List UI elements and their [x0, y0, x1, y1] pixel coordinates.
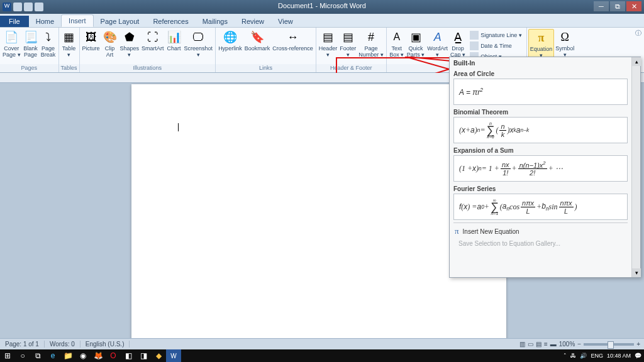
- explorer-icon[interactable]: 📁: [60, 349, 75, 362]
- date-time-button[interactable]: Date & Time: [469, 41, 523, 51]
- tab-insert[interactable]: Insert: [61, 14, 94, 27]
- close-button[interactable]: ✕: [626, 1, 641, 11]
- view-draft-icon[interactable]: ▬: [550, 341, 557, 348]
- tray-notifications-icon[interactable]: 💬: [635, 353, 641, 359]
- chrome-icon[interactable]: ◉: [75, 349, 91, 362]
- tab-home[interactable]: Home: [29, 16, 61, 27]
- equation-item-label: Area of Circle: [453, 70, 628, 77]
- quick-parts-button[interactable]: ▣QuickParts ▾: [406, 29, 426, 58]
- group-pages: 📄CoverPage ▾ 📃BlankPage ⤵PageBreak Pages: [0, 28, 59, 72]
- view-outline-icon[interactable]: ≡: [544, 341, 548, 348]
- title-bar: W Document1 - Microsoft Word ─ ⧉ ✕: [0, 0, 644, 14]
- task-view-icon[interactable]: ⧉: [30, 349, 45, 362]
- equation-area-of-circle[interactable]: A = πr2: [453, 79, 628, 105]
- view-full-screen-icon[interactable]: ▭: [528, 341, 533, 348]
- header-button[interactable]: ▤Header▾: [318, 29, 339, 58]
- equation-category-builtin: Built-In: [453, 60, 628, 67]
- tab-references[interactable]: References: [146, 16, 195, 27]
- app-icon-2[interactable]: ◨: [136, 349, 151, 362]
- equation-item-label: Binomial Theorem: [453, 109, 628, 116]
- cover-page-button[interactable]: 📄CoverPage ▾: [1, 29, 22, 58]
- app-icon[interactable]: ◧: [121, 349, 136, 362]
- equation-button[interactable]: πEquation▾: [528, 29, 555, 59]
- bookmark-button[interactable]: 🔖Bookmark: [243, 29, 272, 52]
- equation-fourier-series[interactable]: f(x) = a0 + ∞∑n=1 (an cos nπxL + bn sin …: [453, 194, 628, 220]
- picture-button[interactable]: 🖼Picture: [81, 29, 101, 52]
- page-break-button[interactable]: ⤵PageBreak: [40, 29, 57, 58]
- page-number-button[interactable]: #PageNumber ▾: [357, 29, 385, 58]
- pi-icon: π: [455, 226, 459, 236]
- view-print-layout-icon[interactable]: ▥: [519, 341, 525, 348]
- symbol-button[interactable]: ΩSymbol▾: [554, 29, 575, 58]
- footer-button[interactable]: ▤Footer▾: [338, 29, 357, 58]
- tab-view[interactable]: View: [271, 16, 300, 27]
- scroll-up-icon[interactable]: ▴: [632, 57, 641, 66]
- screenshot-button[interactable]: 🖵Screenshot▾: [183, 29, 214, 58]
- table-button[interactable]: ▦Table▾: [60, 29, 78, 58]
- status-language[interactable]: English (U.S.): [80, 341, 130, 348]
- ribbon-tabs: File Home Insert Page Layout References …: [0, 14, 644, 28]
- wordart-button[interactable]: AWordArt▾: [426, 29, 449, 58]
- taskbar-word-icon[interactable]: W: [166, 349, 181, 362]
- equation-item-label: Expansion of a Sum: [453, 147, 628, 154]
- tab-review[interactable]: Review: [235, 16, 271, 27]
- group-header-footer: ▤Header▾ ▤Footer▾ #PageNumber ▾ Header &…: [316, 28, 387, 72]
- tray-clock[interactable]: 10:48 AM: [607, 353, 631, 359]
- start-button[interactable]: ⊞: [0, 349, 15, 362]
- tray-volume-icon[interactable]: 🔊: [580, 353, 587, 359]
- insert-new-equation[interactable]: π Insert New Equation: [453, 224, 628, 238]
- status-bar: Page: 1 of 1 Words: 0 English (U.S.) ▥ ▭…: [0, 338, 644, 349]
- tab-page-layout[interactable]: Page Layout: [94, 16, 147, 27]
- drop-cap-button[interactable]: A̲DropCap ▾: [449, 29, 467, 58]
- redo-icon[interactable]: [35, 3, 43, 11]
- status-page[interactable]: Page: 1 of 1: [0, 341, 45, 348]
- text-cursor: [178, 123, 179, 131]
- zoom-in-button[interactable]: +: [636, 341, 640, 348]
- cortana-icon[interactable]: ○: [15, 349, 30, 362]
- word-app-icon[interactable]: W: [3, 3, 11, 11]
- status-words[interactable]: Words: 0: [45, 341, 80, 348]
- save-to-equation-gallery: Save Selection to Equation Gallery...: [453, 238, 628, 249]
- equation-item-label: Fourier Series: [453, 185, 628, 192]
- equation-expansion-of-sum[interactable]: (1 + x)n = 1 + nx1! + n(n−1)x22! + ⋯: [453, 155, 628, 182]
- tray-network-icon[interactable]: 🖧: [570, 353, 576, 359]
- tab-file[interactable]: File: [0, 16, 29, 27]
- edge-icon[interactable]: e: [45, 349, 60, 362]
- chart-button[interactable]: 📊Chart: [165, 29, 183, 52]
- text-box-button[interactable]: ATextBox ▾: [388, 29, 406, 58]
- window-title: Document1 - Microsoft Word: [278, 2, 366, 9]
- signature-line-button[interactable]: Signature Line ▾: [469, 30, 523, 40]
- zoom-level[interactable]: 100%: [559, 341, 575, 348]
- clipart-button[interactable]: 🎨ClipArt: [101, 29, 119, 58]
- help-icon[interactable]: ⓘ: [635, 29, 641, 38]
- windows-taskbar: ⊞ ○ ⧉ e 📁 ◉ 🦊 O ◧ ◨ ◆ W ˄ 🖧 🔊 ENG 10:48 …: [0, 349, 644, 362]
- restore-button[interactable]: ⧉: [610, 1, 625, 11]
- firefox-icon[interactable]: 🦊: [91, 349, 106, 362]
- equation-gallery-dropdown: Built-In Area of Circle A = πr2 Binomial…: [449, 57, 641, 278]
- zoom-out-button[interactable]: −: [577, 341, 581, 348]
- scroll-down-icon[interactable]: ▾: [632, 268, 641, 277]
- tray-language[interactable]: ENG: [591, 353, 603, 359]
- undo-icon[interactable]: [24, 3, 33, 11]
- group-illustrations: 🖼Picture 🎨ClipArt ⬟Shapes▾ ⛶SmartArt 📊Ch…: [80, 28, 216, 72]
- app-icon-3[interactable]: ◆: [151, 349, 166, 362]
- save-icon[interactable]: [13, 3, 22, 11]
- group-links: 🌐Hyperlink 🔖Bookmark ↔Cross-reference Li…: [216, 28, 316, 72]
- minimize-button[interactable]: ─: [594, 1, 609, 11]
- group-tables: ▦Table▾ Tables: [59, 28, 80, 72]
- signature-icon: [470, 31, 479, 40]
- smartart-button[interactable]: ⛶SmartArt: [140, 29, 165, 52]
- shapes-button[interactable]: ⬟Shapes▾: [119, 29, 141, 58]
- equation-binomial-theorem[interactable]: (x + a)n = n∑k=0 (nk) xkan−k: [453, 117, 628, 143]
- cross-reference-button[interactable]: ↔Cross-reference: [271, 29, 314, 52]
- tab-mailings[interactable]: Mailings: [196, 16, 235, 27]
- tray-up-icon[interactable]: ˄: [564, 353, 567, 359]
- quick-access-toolbar: W: [0, 3, 43, 11]
- view-web-layout-icon[interactable]: ▤: [536, 341, 541, 348]
- calendar-icon: [470, 41, 479, 50]
- zoom-slider[interactable]: [584, 343, 634, 346]
- blank-page-button[interactable]: 📃BlankPage: [22, 29, 40, 58]
- equation-scrollbar[interactable]: ▴ ▾: [631, 57, 640, 277]
- hyperlink-button[interactable]: 🌐Hyperlink: [217, 29, 243, 52]
- opera-icon[interactable]: O: [106, 349, 121, 362]
